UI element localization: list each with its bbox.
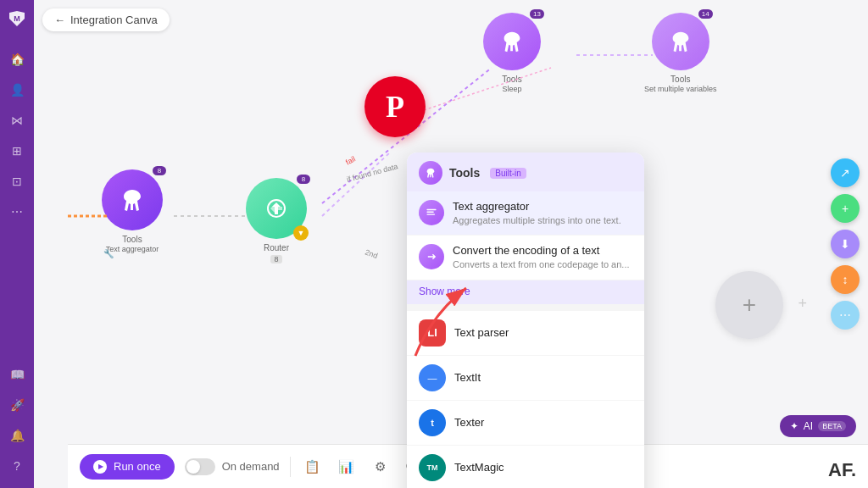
run-once-label: Run once: [114, 460, 161, 473]
sidebar-bell-icon[interactable]: 🔔: [3, 422, 31, 449]
text-parser-icon: LI: [419, 319, 446, 347]
beta-badge: BETA: [818, 421, 846, 431]
search-dropdown-panel: Tools Built-in Text aggregator Aggregate…: [407, 152, 644, 488]
svg-point-10: [127, 193, 131, 197]
svg-rect-13: [426, 209, 436, 210]
tools-node-2-sublabel: Sleep: [502, 85, 521, 95]
tools-node-1-badge: 8: [153, 166, 166, 175]
tools-node-3-sublabel: Set multiple variables: [644, 85, 717, 95]
tools-node-2-badge: 13: [530, 9, 544, 19]
router-node-label: Router: [264, 242, 289, 253]
svg-text:fail: fail: [344, 154, 357, 166]
app-item-texter[interactable]: t Texter: [407, 401, 644, 446]
run-icon: [93, 460, 107, 474]
toolbar-clipboard-btn[interactable]: 📋: [301, 455, 325, 479]
add-node-plus-icon: +: [798, 295, 807, 313]
action-btn-5[interactable]: ⋯: [831, 301, 860, 330]
sidebar-help-icon[interactable]: ?: [3, 452, 31, 480]
dropdown-item-text-aggregator[interactable]: Text aggregator Aggregates multiple stri…: [407, 191, 644, 236]
sidebar-more-icon[interactable]: ⋯: [3, 198, 31, 225]
on-demand-toggle-container: On demand: [185, 458, 280, 475]
tools-node-1[interactable]: 8 Tools Text aggregator 🔧: [102, 169, 163, 255]
action-btn-4[interactable]: ↕: [831, 265, 860, 294]
toolbar-settings-btn[interactable]: ⚙: [369, 455, 392, 479]
sidebar-apps-icon[interactable]: ⊞: [3, 137, 31, 164]
ai-label: AI: [804, 420, 813, 432]
toolbar-chart-btn[interactable]: 📊: [335, 455, 359, 479]
right-action-buttons: ↗ + ⬇ ↕ ⋯: [831, 158, 860, 330]
add-node-button[interactable]: +: [715, 271, 783, 339]
tools-section-icon: [419, 161, 442, 185]
sidebar-logo[interactable]: M: [5, 7, 29, 30]
on-demand-label: On demand: [222, 460, 280, 473]
canvas-title: Integration Canva: [70, 14, 158, 26]
convert-encoding-icon: [419, 244, 444, 269]
text-aggregator-title: Text aggregator: [453, 200, 632, 213]
svg-rect-15: [426, 214, 435, 214]
app-item-text-parser[interactable]: LI Text parser: [407, 311, 644, 356]
run-once-button[interactable]: Run once: [80, 454, 175, 480]
router-node[interactable]: 8 ▼ Router 8: [246, 178, 307, 265]
dropdown-item-convert-encoding[interactable]: Convert the encoding of a text Converts …: [407, 236, 644, 280]
topbar: ← Integration Canva: [42, 8, 170, 31]
built-in-badge: Built-in: [490, 168, 526, 179]
tools-node-1-label: Tools: [106, 234, 159, 245]
show-more-button[interactable]: Show more: [407, 280, 644, 304]
sidebar-grid-icon[interactable]: ⊡: [3, 168, 31, 195]
tools-node-1-sublabel: Text aggregator: [106, 245, 159, 255]
app-item-textmagic[interactable]: TM TextMagic: [407, 446, 644, 488]
convert-encoding-title: Convert the encoding of a text: [453, 244, 632, 257]
tools-node-2[interactable]: 13 Tools Sleep: [483, 13, 541, 95]
action-btn-3[interactable]: ⬇: [831, 230, 860, 258]
on-demand-toggle[interactable]: [185, 458, 215, 475]
tools-node-3-badge: 14: [698, 9, 713, 19]
ai-icon: ✦: [790, 420, 798, 432]
texter-name: Texter: [454, 416, 484, 429]
sidebar-home-icon[interactable]: 🏠: [3, 46, 31, 73]
textmagic-icon: TM: [419, 454, 446, 481]
sidebar-share-icon[interactable]: ⋈: [3, 107, 31, 134]
back-arrow-icon: ←: [54, 14, 65, 26]
action-btn-2[interactable]: +: [831, 194, 860, 223]
dropdown-section-header: Tools Built-in: [407, 152, 644, 191]
svg-text:if found no data: if found no data: [346, 162, 399, 184]
text-aggregator-desc: Aggregates multiple strings into one tex…: [453, 214, 632, 226]
tools-node-2-label: Tools: [502, 74, 521, 85]
sidebar: M 🏠 👤 ⋈ ⊞ ⊡ ⋯ 📖 🚀 🔔 ?: [0, 0, 34, 488]
sidebar-rocket-icon[interactable]: 🚀: [3, 391, 31, 419]
pinterest-node[interactable]: P: [364, 76, 426, 137]
textmagic-name: TextMagic: [454, 461, 504, 474]
textit-name: TextIt: [454, 371, 481, 384]
svg-text:M: M: [14, 14, 20, 23]
textit-icon: —: [419, 364, 446, 391]
text-aggregator-icon: [419, 200, 444, 225]
router-node-badge-label: 8: [270, 255, 281, 263]
sidebar-book-icon[interactable]: 📖: [3, 361, 31, 388]
svg-text:2nd: 2nd: [364, 247, 379, 260]
tools-node-3[interactable]: 14 Tools Set multiple variables: [644, 13, 717, 95]
convert-encoding-desc: Converts a text from one codepage to an.…: [453, 258, 632, 270]
svg-rect-14: [426, 212, 433, 213]
router-node-badge: 8: [297, 175, 310, 184]
af-watermark: AF.: [828, 459, 856, 481]
svg-line-2: [322, 152, 390, 216]
toolbar-separator-1: [290, 457, 291, 477]
sidebar-users-icon[interactable]: 👤: [3, 76, 31, 103]
tools-node-3-label: Tools: [644, 74, 717, 85]
app-item-textit[interactable]: — TextIt: [407, 356, 644, 401]
action-btn-1[interactable]: ↗: [831, 158, 860, 187]
canvas: ← Integration Canva fail if found no dat…: [34, 0, 868, 488]
ai-badge[interactable]: ✦ AI BETA: [780, 415, 856, 437]
back-button[interactable]: ← Integration Canva: [42, 8, 170, 31]
section-title: Tools: [449, 166, 480, 180]
text-parser-name: Text parser: [454, 326, 509, 339]
svg-point-11: [134, 193, 137, 197]
texter-icon: t: [419, 409, 446, 436]
